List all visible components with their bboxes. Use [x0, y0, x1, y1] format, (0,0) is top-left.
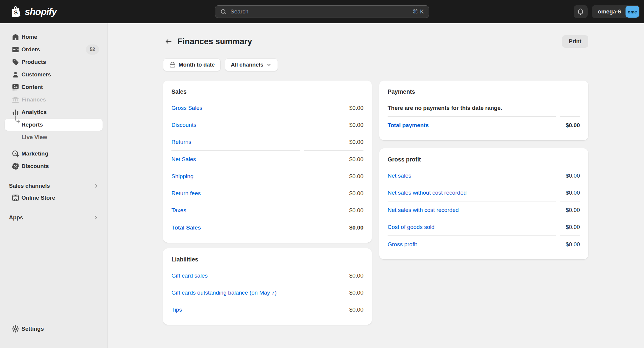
report-row-value: $0.00	[349, 224, 363, 231]
sidebar-item-settings[interactable]: Settings	[5, 323, 103, 335]
report-row-link[interactable]: Taxes	[171, 207, 186, 214]
main-content: Finances summary Print Month to date All…	[108, 23, 644, 348]
section-label: Sales channels	[9, 183, 50, 189]
report-row-value: $0.00	[566, 173, 580, 179]
report-row-link[interactable]: Net sales with cost recorded	[388, 207, 459, 213]
report-row-link[interactable]: Gift cards outstanding balance (on May 7…	[171, 290, 277, 296]
sidebar-item-label: Marketing	[21, 150, 48, 157]
sidebar-item-reports[interactable]: Reports	[5, 119, 103, 131]
report-row-link[interactable]: Gross Sales	[171, 105, 202, 111]
subtotal-divider	[171, 150, 363, 151]
report-row: Gross profit $0.00	[388, 236, 580, 253]
sidebar-item-finances[interactable]: Finances	[5, 94, 103, 106]
report-row-value: $0.00	[349, 190, 363, 197]
report-row: Net sales with cost recorded $0.00	[388, 201, 580, 218]
card-title: Payments	[388, 88, 580, 95]
report-row: Net sales $0.00	[388, 167, 580, 184]
channels-label: All channels	[231, 61, 263, 68]
search-shortcut: ⌘ K	[413, 8, 424, 15]
notifications-button[interactable]	[574, 5, 588, 18]
chevron-down-icon	[266, 62, 272, 68]
total-row: Total Sales $0.00	[171, 219, 363, 236]
filter-bar: Month to date All channels	[163, 58, 588, 71]
shopify-wordmark: shopify	[25, 6, 58, 17]
report-row-link[interactable]: Total Sales	[171, 224, 201, 231]
sidebar-section-apps[interactable]: Apps	[5, 212, 103, 224]
report-row-link[interactable]: Gross profit	[388, 241, 417, 248]
report-row-link[interactable]: Gift card sales	[171, 272, 208, 279]
report-row: Shipping $0.00	[171, 168, 363, 185]
section-label: Apps	[9, 214, 23, 221]
sidebar: Home Orders 52 Products Customers Cont	[0, 23, 108, 348]
report-row: Gift cards outstanding balance (on May 7…	[171, 284, 363, 301]
sidebar-item-home[interactable]: Home	[5, 31, 103, 43]
discounts-icon	[11, 162, 20, 170]
card-title: Gross profit	[388, 156, 580, 163]
report-row-link[interactable]: Shipping	[171, 173, 193, 180]
report-row-link[interactable]: Discounts	[171, 122, 196, 128]
sidebar-item-customers[interactable]: Customers	[5, 69, 103, 81]
report-row-link[interactable]: Cost of goods sold	[388, 224, 434, 230]
store-name: omega-6	[598, 8, 621, 15]
sidebar-item-label: Analytics	[21, 109, 47, 116]
sidebar-item-label: Live View	[21, 134, 47, 141]
channels-filter-button[interactable]: All channels	[225, 58, 278, 71]
sidebar-item-live-view[interactable]: Live View	[5, 131, 103, 143]
sidebar-item-orders[interactable]: Orders 52	[5, 44, 103, 56]
reports-connector-icon	[12, 116, 22, 129]
store-menu-button[interactable]: omega-6 ome	[592, 5, 640, 18]
print-button[interactable]: Print	[562, 35, 588, 48]
home-icon	[11, 33, 20, 41]
report-row-value: $0.00	[349, 307, 363, 313]
report-row-link[interactable]: Returns	[171, 139, 191, 145]
content-icon	[11, 83, 20, 91]
report-row-value: $0.00	[566, 207, 580, 213]
bell-icon	[577, 8, 584, 16]
liabilities-card: Liabilities Gift card sales $0.00 Gift c…	[163, 248, 372, 325]
report-row: Discounts $0.00	[171, 116, 363, 133]
online-store-icon	[11, 194, 20, 202]
right-column: Payments There are no payments for this …	[379, 81, 588, 259]
report-row-value: $0.00	[566, 122, 580, 129]
sidebar-item-discounts[interactable]: Discounts	[5, 160, 103, 172]
sidebar-nav: Home Orders 52 Products Customers Cont	[0, 23, 107, 224]
report-row-link[interactable]: Total payments	[388, 122, 429, 129]
customers-icon	[11, 70, 20, 79]
date-range-label: Month to date	[179, 61, 215, 68]
report-row-value: $0.00	[349, 122, 363, 128]
page-header: Finances summary Print	[163, 35, 588, 48]
report-row-link[interactable]: Net sales without cost recorded	[388, 190, 467, 196]
report-row-value: $0.00	[349, 207, 363, 214]
empty-state-message: There are no payments for this date rang…	[388, 99, 580, 116]
gross-profit-card: Gross profit Net sales $0.00 Net sales w…	[379, 148, 588, 259]
report-row-link[interactable]: Tips	[171, 307, 182, 313]
report-row-link[interactable]: Net sales	[388, 173, 411, 179]
sidebar-item-online-store[interactable]: Online Store	[5, 192, 103, 204]
products-icon	[11, 58, 20, 66]
total-divider	[388, 235, 580, 236]
report-row-value: $0.00	[566, 190, 580, 196]
shopify-logo[interactable]: S shopify	[10, 5, 58, 19]
orders-icon	[11, 45, 20, 54]
sidebar-item-marketing[interactable]: Marketing	[5, 148, 103, 160]
orders-count-badge: 52	[86, 44, 99, 55]
sidebar-item-label: Reports	[21, 121, 43, 128]
report-row-link[interactable]: Return fees	[171, 190, 201, 197]
back-button[interactable]	[163, 36, 174, 47]
total-divider	[171, 219, 363, 219]
subtotal-divider	[388, 201, 580, 201]
search-input[interactable]: Search ⌘ K	[215, 5, 429, 18]
report-row-link[interactable]: Net Sales	[171, 156, 196, 163]
sidebar-item-products[interactable]: Products	[5, 56, 103, 68]
date-range-filter-button[interactable]: Month to date	[163, 58, 221, 71]
total-divider	[388, 116, 580, 117]
settings-icon	[11, 325, 20, 333]
search-placeholder: Search	[230, 8, 248, 15]
sidebar-item-label: Discounts	[21, 163, 49, 170]
report-row-value: $0.00	[349, 173, 363, 180]
sidebar-item-content[interactable]: Content	[5, 81, 103, 93]
payments-card: Payments There are no payments for this …	[379, 81, 588, 140]
report-cards: Sales Gross Sales $0.00 Discounts $0.00 …	[163, 81, 588, 325]
report-row: Gift card sales $0.00	[171, 267, 363, 284]
sidebar-section-sales-channels[interactable]: Sales channels	[5, 180, 103, 192]
